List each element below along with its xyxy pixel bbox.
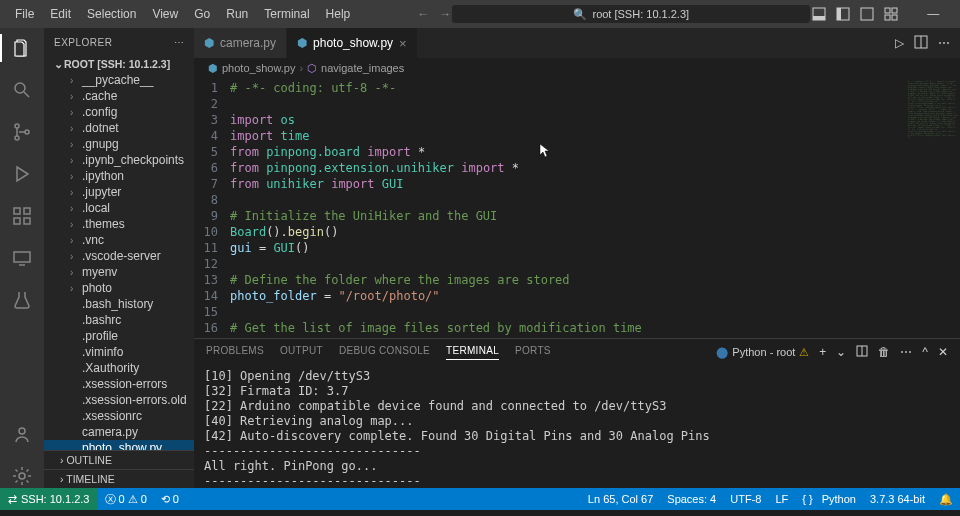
python-file-icon: ⬢ xyxy=(208,62,218,75)
folder--config[interactable]: ›.config xyxy=(44,104,194,120)
split-terminal-icon[interactable] xyxy=(856,345,868,360)
window-minimize-icon[interactable]: — xyxy=(919,3,947,25)
file--xauthority[interactable]: .Xauthority xyxy=(44,360,194,376)
nav-back-icon[interactable]: ← xyxy=(417,7,429,21)
notifications-icon[interactable]: 🔔 xyxy=(932,493,960,506)
cursor-position[interactable]: Ln 65, Col 67 xyxy=(581,493,660,506)
split-editor-icon[interactable] xyxy=(914,35,928,52)
search-box[interactable]: 🔍 root [SSH: 10.1.2.3] xyxy=(451,4,811,24)
folder-myenv[interactable]: ›myenv xyxy=(44,264,194,280)
toggle-panel-bottom-icon[interactable] xyxy=(811,6,827,22)
file--bashrc[interactable]: .bashrc xyxy=(44,312,194,328)
menu-run[interactable]: Run xyxy=(219,4,255,24)
accounts-icon[interactable] xyxy=(10,422,34,446)
panel-tab-terminal[interactable]: TERMINAL xyxy=(446,345,499,360)
panel-tab-problems[interactable]: PROBLEMS xyxy=(206,345,264,360)
panel-tab-debug-console[interactable]: DEBUG CONSOLE xyxy=(339,345,430,360)
folder--ipynb-checkpoints[interactable]: ›.ipynb_checkpoints xyxy=(44,152,194,168)
ports-status[interactable]: ⟲0 xyxy=(154,493,186,506)
close-panel-icon[interactable]: ✕ xyxy=(938,345,948,359)
breadcrumb[interactable]: ⬢ photo_show.py › ⬡ navigate_images xyxy=(194,58,960,78)
folder--vscode-server[interactable]: ›.vscode-server xyxy=(44,248,194,264)
file-photo-show-py[interactable]: photo_show.py xyxy=(44,440,194,450)
tab-camera-py[interactable]: ⬢camera.py xyxy=(194,28,287,58)
folder--local[interactable]: ›.local xyxy=(44,200,194,216)
file--viminfo[interactable]: .viminfo xyxy=(44,344,194,360)
testing-icon[interactable] xyxy=(10,288,34,312)
folder--ipython[interactable]: ›.ipython xyxy=(44,168,194,184)
workspace-root[interactable]: ROOT [SSH: 10.1.2.3] xyxy=(44,56,194,72)
explorer-more-icon[interactable]: ⋯ xyxy=(174,37,185,48)
file-camera-py[interactable]: camera.py xyxy=(44,424,194,440)
code-content[interactable]: # -*- coding: utf-8 -*- import osimport … xyxy=(230,78,960,338)
pane-timeline[interactable]: TIMELINE xyxy=(44,469,194,488)
folder--vnc[interactable]: ›.vnc xyxy=(44,232,194,248)
tab-photo_show-py[interactable]: ⬢photo_show.py× xyxy=(287,28,418,58)
file--xsessionrc[interactable]: .xsessionrc xyxy=(44,408,194,424)
source-control-icon[interactable] xyxy=(10,120,34,144)
run-debug-icon[interactable] xyxy=(10,162,34,186)
breadcrumb-file[interactable]: photo_show.py xyxy=(222,62,295,74)
toggle-sidebar-left-icon[interactable] xyxy=(835,6,851,22)
remote-indicator[interactable]: ⇄ SSH: 10.1.2.3 xyxy=(0,488,98,510)
explorer-icon[interactable] xyxy=(10,36,34,60)
code-editor[interactable]: 1234567891011121314151617181920212223242… xyxy=(194,78,960,338)
file--xsession-errors-old[interactable]: .xsession-errors.old xyxy=(44,392,194,408)
editor-more-icon[interactable]: ⋯ xyxy=(938,36,950,50)
main-menu: FileEditSelectionViewGoRunTerminalHelp xyxy=(8,4,357,24)
activity-bar xyxy=(0,28,44,488)
run-icon[interactable]: ▷ xyxy=(895,36,904,50)
panel-tab-output[interactable]: OUTPUT xyxy=(280,345,323,360)
problems-status[interactable]: ⓧ0 ⚠0 xyxy=(98,492,154,507)
eol-status[interactable]: LF xyxy=(768,493,795,506)
folder--dotnet[interactable]: ›.dotnet xyxy=(44,120,194,136)
encoding-status[interactable]: UTF-8 xyxy=(723,493,768,506)
terminal-output[interactable]: [10] Opening /dev/ttyS3 [32] Firmata ID:… xyxy=(194,365,960,488)
window-maximize-icon[interactable]: ▢ xyxy=(951,3,960,25)
menu-go[interactable]: Go xyxy=(187,4,217,24)
customize-layout-icon[interactable] xyxy=(883,6,899,22)
folder--cache[interactable]: ›.cache xyxy=(44,88,194,104)
nav-forward-icon[interactable]: → xyxy=(439,7,451,21)
indentation-status[interactable]: Spaces: 4 xyxy=(660,493,723,506)
settings-gear-icon[interactable] xyxy=(10,464,34,488)
svg-rect-16 xyxy=(14,218,20,224)
search-activity-icon[interactable] xyxy=(10,78,34,102)
chevron-right-icon: › xyxy=(70,171,78,182)
menu-view[interactable]: View xyxy=(145,4,185,24)
folder--themes[interactable]: ›.themes xyxy=(44,216,194,232)
warning-icon: ⚠ xyxy=(799,346,809,359)
chevron-right-icon: › xyxy=(70,155,78,166)
remote-explorer-icon[interactable] xyxy=(10,246,34,270)
file--bash-history[interactable]: .bash_history xyxy=(44,296,194,312)
new-terminal-icon[interactable]: + xyxy=(819,345,826,359)
menu-help[interactable]: Help xyxy=(319,4,358,24)
svg-rect-17 xyxy=(24,218,30,224)
pane-outline[interactable]: OUTLINE xyxy=(44,450,194,469)
toggle-sidebar-right-icon[interactable] xyxy=(859,6,875,22)
error-icon: ⓧ xyxy=(105,492,116,507)
panel-tab-ports[interactable]: PORTS xyxy=(515,345,551,360)
folder---pycache--[interactable]: ›__pycache__ xyxy=(44,72,194,88)
menu-file[interactable]: File xyxy=(8,4,41,24)
python-interpreter[interactable]: 3.7.3 64-bit xyxy=(863,493,932,506)
close-tab-icon[interactable]: × xyxy=(399,36,407,51)
breadcrumb-symbol[interactable]: navigate_images xyxy=(321,62,404,74)
folder--gnupg[interactable]: ›.gnupg xyxy=(44,136,194,152)
menu-selection[interactable]: Selection xyxy=(80,4,143,24)
minimap[interactable]: # -*- coding: utf-8 -*- import os import… xyxy=(908,80,958,220)
folder--jupyter[interactable]: ›.jupyter xyxy=(44,184,194,200)
language-mode[interactable]: { } Python xyxy=(795,493,863,506)
terminal-dropdown-icon[interactable]: ⌄ xyxy=(836,345,846,359)
svg-marker-14 xyxy=(17,167,28,181)
python-env-status[interactable]: ⬤ Python - root ⚠ xyxy=(716,346,809,359)
menu-edit[interactable]: Edit xyxy=(43,4,78,24)
file--xsession-errors[interactable]: .xsession-errors xyxy=(44,376,194,392)
folder-photo[interactable]: ›photo xyxy=(44,280,194,296)
panel-more-icon[interactable]: ⋯ xyxy=(900,345,912,359)
menu-terminal[interactable]: Terminal xyxy=(257,4,316,24)
kill-terminal-icon[interactable]: 🗑 xyxy=(878,345,890,359)
maximize-panel-icon[interactable]: ^ xyxy=(922,345,928,359)
extensions-icon[interactable] xyxy=(10,204,34,228)
file--profile[interactable]: .profile xyxy=(44,328,194,344)
